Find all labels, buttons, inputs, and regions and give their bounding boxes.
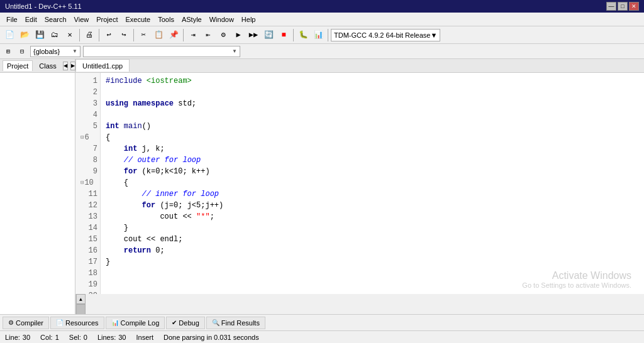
compiler-tab-label: Compiler (16, 319, 43, 327)
compiler-arrow: ▼ (430, 31, 437, 39)
profile-button[interactable]: 📊 (311, 28, 325, 42)
resources-tab-label: Resources (65, 319, 99, 327)
insert-label: Insert (136, 334, 154, 341)
tabbar: Project Class ◀ ▶ Untitled1.cpp (0, 59, 644, 73)
compiler-selector[interactable]: TDM-GCC 4.9.2 64-bit Release ▼ (331, 29, 440, 41)
file-tab[interactable]: Untitled1.cpp (75, 59, 130, 72)
unindent-button[interactable]: ⇤ (201, 28, 215, 42)
menubar: File Edit Search View Project Execute To… (0, 13, 644, 26)
status-sel: Sel: 0 (69, 334, 87, 341)
method-dropdown[interactable]: ▼ (83, 46, 240, 57)
code-container[interactable]: 1 2 3 4 5 ⊟6 7 8 9 ⊟10 11 12 13 14 15 16… (75, 73, 644, 294)
bottom-tabs: ⚙ Compiler 📄 Resources 📊 Compile Log ✔ D… (0, 314, 644, 330)
compile-log-label: Compile Log (121, 319, 160, 327)
save-all-button[interactable]: 🗂 (48, 28, 62, 42)
close-button[interactable]: ✕ (629, 2, 639, 11)
stop-button[interactable]: ■ (277, 28, 291, 42)
titlebar: Untitled1 - Dev-C++ 5.11 — □ ✕ (0, 0, 644, 13)
find-results-icon: 🔍 (212, 319, 219, 326)
menu-file[interactable]: File (3, 14, 21, 24)
menu-help[interactable]: Help (238, 14, 260, 24)
copy-button[interactable]: 📋 (152, 28, 165, 42)
menu-search[interactable]: Search (41, 14, 70, 24)
status-lines: Lines: 30 (97, 334, 126, 341)
code-area: 1 2 3 4 5 ⊟6 7 8 9 ⊟10 11 12 13 14 15 16… (75, 73, 644, 314)
toggle-view2-button[interactable]: ⊟ (16, 46, 28, 57)
menu-astyle[interactable]: AStyle (178, 14, 206, 24)
rebuild-button[interactable]: 🔄 (262, 28, 275, 42)
menu-window[interactable]: Window (206, 14, 238, 24)
tab-compile-log[interactable]: 📊 Compile Log (106, 317, 165, 329)
left-panel (0, 73, 75, 314)
maximize-button[interactable]: □ (618, 2, 628, 11)
cut-button[interactable]: ✂ (136, 28, 150, 42)
status-col: Col: 1 (40, 334, 59, 341)
main-area: 1 2 3 4 5 ⊟6 7 8 9 ⊟10 11 12 13 14 15 16… (0, 73, 644, 314)
tab-compiler[interactable]: ⚙ Compiler (3, 317, 49, 329)
new-button[interactable]: 📄 (3, 28, 16, 42)
titlebar-title: Untitled1 - Dev-C++ 5.11 (5, 3, 82, 10)
sep4 (183, 29, 184, 41)
print-button[interactable]: 🖨 (82, 28, 96, 42)
save-button[interactable]: 💾 (33, 28, 47, 42)
status-text: Done parsing in 0.031 seconds (164, 334, 259, 341)
code-content[interactable]: #include <iostream> using namespace std;… (101, 73, 644, 294)
scope-label: {globals} (33, 48, 60, 55)
sep5 (293, 29, 294, 41)
line-label: Line: (5, 334, 20, 341)
menu-view[interactable]: View (70, 14, 93, 24)
status-message: Done parsing in 0.031 seconds (164, 334, 259, 341)
status-line: Line: 30 (5, 334, 30, 341)
close-file-button[interactable]: ✕ (63, 28, 77, 42)
panel-tab-project[interactable]: Project (3, 60, 33, 71)
panel-content (0, 73, 75, 314)
scrollbar-up[interactable]: ▲ (76, 294, 86, 304)
lines-value: 30 (118, 334, 126, 341)
scope-dropdown[interactable]: {globals} ▼ (30, 46, 80, 57)
compile-button[interactable]: ⚙ (216, 28, 230, 42)
menu-project[interactable]: Project (92, 14, 121, 24)
panel-nav-prev[interactable]: ◀ (63, 62, 68, 70)
sep1 (79, 29, 80, 41)
tab-resources[interactable]: 📄 Resources (50, 317, 104, 329)
method-arrow: ▼ (232, 48, 237, 54)
resources-icon: 📄 (56, 319, 64, 326)
status-insert: Insert (136, 334, 154, 341)
find-results-label: Find Results (221, 319, 260, 327)
tab-debug[interactable]: ✔ Debug (166, 317, 204, 329)
menu-execute[interactable]: Execute (121, 14, 154, 24)
undo-button[interactable]: ↩ (102, 28, 116, 42)
sep6 (328, 29, 328, 41)
indent-button[interactable]: ⇥ (186, 28, 200, 42)
run-button[interactable]: ▶ (231, 28, 245, 42)
compiler-icon: ⚙ (8, 319, 14, 326)
menu-tools[interactable]: Tools (154, 14, 178, 24)
sep3 (133, 29, 134, 41)
scrollbar-thumb[interactable] (76, 304, 86, 314)
paste-button[interactable]: 📌 (167, 28, 180, 42)
menu-edit[interactable]: Edit (21, 14, 41, 24)
sel-label: Sel: (69, 334, 81, 341)
lines-label: Lines: (97, 334, 116, 341)
panel-nav-next[interactable]: ▶ (70, 62, 75, 70)
debug-button[interactable]: 🐛 (296, 28, 310, 42)
toolbar2: ⊞ ⊟ {globals} ▼ ▼ (0, 44, 644, 59)
col-label: Col: (40, 334, 53, 341)
toolbar: 📄 📂 💾 🗂 ✕ 🖨 ↩ ↪ ✂ 📋 📌 ⇥ ⇤ ⚙ ▶ ▶▶ 🔄 ■ 🐛 📊… (0, 26, 644, 44)
line-numbers: 1 2 3 4 5 ⊟6 7 8 9 ⊟10 11 12 13 14 15 16… (75, 73, 101, 294)
scrollbar-vertical[interactable]: ▲ ▼ (75, 294, 86, 314)
tab-find-results[interactable]: 🔍 Find Results (206, 317, 265, 329)
panel-tab-class[interactable]: Class (35, 61, 60, 71)
minimize-button[interactable]: — (606, 2, 616, 11)
toggle-view-button[interactable]: ⊞ (3, 46, 14, 57)
line-value: 30 (23, 334, 30, 341)
sep2 (99, 29, 99, 41)
compilerun-button[interactable]: ▶▶ (247, 28, 260, 42)
sel-value: 0 (84, 334, 87, 341)
statusbar: Line: 30 Col: 1 Sel: 0 Lines: 30 Insert … (0, 330, 644, 343)
redo-button[interactable]: ↪ (117, 28, 131, 42)
compile-log-icon: 📊 (111, 319, 119, 326)
scope-arrow: ▼ (72, 48, 77, 54)
debug-icon: ✔ (172, 319, 177, 326)
open-button[interactable]: 📂 (18, 28, 31, 42)
